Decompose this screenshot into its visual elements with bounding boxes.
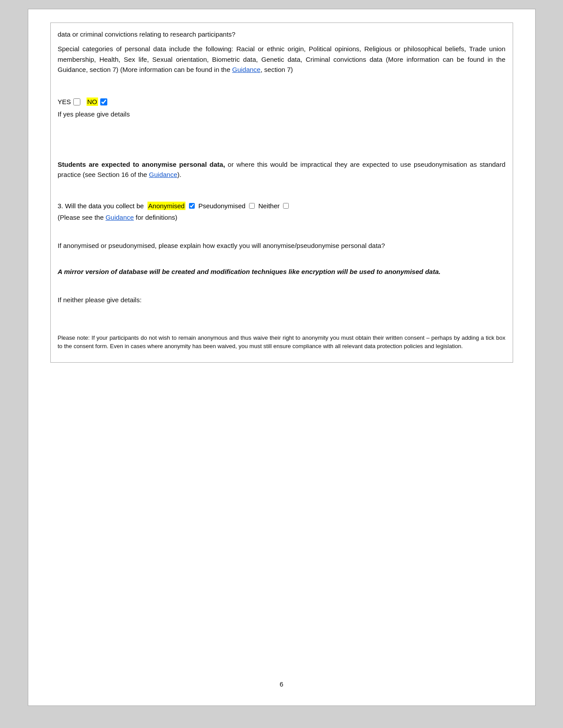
yes-checkbox-label: YES — [58, 98, 80, 105]
option1-label: Anonymised — [147, 202, 186, 210]
yes-no-row: YES NO — [58, 98, 506, 106]
please-see-guidance: (Please see the Guidance for definitions… — [58, 213, 506, 223]
anonymised-checkbox[interactable] — [189, 203, 195, 209]
note-text: Please note: If your participants do not… — [58, 334, 506, 351]
top-question-text: data or criminal convictions relating to… — [58, 29, 506, 39]
neither-checkbox[interactable] — [283, 203, 289, 209]
if-anonymised-text: If anonymised or pseudonymised, please e… — [58, 240, 506, 251]
no-checkbox-label: NO — [87, 98, 108, 106]
top-border-box: data or criminal convictions relating to… — [50, 23, 513, 363]
yes-label: YES — [58, 98, 71, 105]
yes-checkbox[interactable] — [73, 98, 80, 105]
option3-label: Neither — [258, 202, 280, 210]
q3-guidance-link[interactable]: Guidance — [106, 214, 134, 221]
no-checkbox[interactable] — [100, 98, 107, 105]
no-label: NO — [87, 98, 98, 106]
bold-guidance-link[interactable]: Guidance — [149, 171, 177, 178]
bold-part: Students are expected to anonymise perso… — [58, 161, 225, 168]
if-neither-text: If neither please give details: — [58, 295, 506, 305]
option2-label: Pseudonymised — [198, 202, 246, 210]
page-number: 6 — [50, 667, 513, 688]
special-categories-text: Special categories of personal data incl… — [58, 44, 506, 75]
intro-guidance-link[interactable]: Guidance — [232, 66, 261, 73]
question-3-text: 3. Will the data you collect be — [58, 202, 144, 210]
if-yes-label: If yes please give details — [58, 109, 506, 120]
pseudonymised-checkbox[interactable] — [249, 203, 255, 209]
page: data or criminal convictions relating to… — [28, 9, 536, 706]
question-3-row: 3. Will the data you collect be Anonymis… — [58, 202, 506, 210]
bold-statement: Students are expected to anonymise perso… — [58, 159, 506, 180]
answer-text: A mirror version of database will be cre… — [58, 266, 506, 277]
content-area: data or criminal convictions relating to… — [50, 23, 513, 667]
